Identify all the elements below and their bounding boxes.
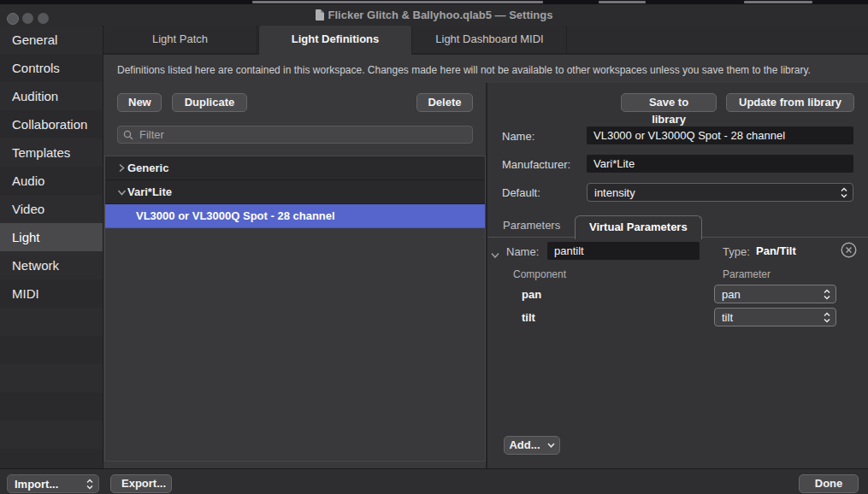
filter-input[interactable]: [138, 127, 467, 142]
parameter-tabstrip: Parameters Virtual Parameters: [487, 214, 868, 238]
default-label: Default:: [502, 186, 540, 199]
export-button[interactable]: Export...: [110, 474, 172, 493]
parameter-dropdown-tilt[interactable]: tilt: [714, 308, 836, 326]
sidebar-empty-row: [0, 449, 103, 468]
import-button-label: Import...: [15, 478, 86, 491]
sidebar-empty-row: [0, 364, 103, 392]
delete-button[interactable]: Delete: [416, 93, 473, 112]
background-artifact: [599, 1, 646, 3]
sidebar-empty-row: [0, 308, 103, 336]
component-label-pan: pan: [522, 288, 541, 301]
tree-group-label: Vari*Lite: [127, 185, 172, 198]
parameter-column-header: Parameter: [723, 268, 771, 280]
sidebar-item-general[interactable]: General: [0, 26, 103, 54]
chevron-down-icon: [547, 443, 555, 448]
minimize-button[interactable]: [22, 13, 33, 24]
tree-item-vl3000[interactable]: VL3000 or VL3000Q Spot - 28 channel: [105, 204, 485, 228]
sidebar-item-templates[interactable]: Templates: [0, 138, 103, 167]
stepper-chevrons-icon: [824, 289, 830, 300]
window-title: Flicker Glitch & Ballyhoo.qlab5 — Settin…: [316, 9, 553, 21]
definitions-list: Generic Vari*Lite VL3000 or VL3000Q Spot…: [104, 156, 486, 462]
component-label-tilt: tilt: [522, 311, 535, 324]
vp-name-field[interactable]: pantilt: [547, 242, 700, 260]
save-to-library-button[interactable]: Save to library: [621, 93, 717, 112]
sidebar-item-audio[interactable]: Audio: [0, 167, 103, 195]
sidebar-item-midi[interactable]: MIDI: [0, 279, 103, 308]
sidebar-empty-row: [0, 392, 103, 420]
remove-virtual-parameter-button[interactable]: [841, 242, 857, 262]
tree-group-varilite[interactable]: Vari*Lite: [105, 180, 485, 204]
parameter-dropdown-pan[interactable]: pan: [714, 285, 836, 303]
duplicate-button[interactable]: Duplicate: [172, 93, 247, 112]
add-button-label: Add...: [509, 437, 540, 454]
parameter-dropdown-value: tilt: [722, 311, 824, 324]
sidebar-empty-row: [0, 336, 103, 364]
sidebar-item-network[interactable]: Network: [0, 251, 103, 279]
light-settings-tabbar: Light Patch Light Definitions Light Dash…: [103, 26, 868, 55]
close-button[interactable]: [7, 13, 19, 25]
vp-type-value: Pan/Tilt: [756, 244, 796, 257]
workspace-definitions-description: Definitions listed here are contained in…: [117, 64, 861, 76]
sidebar-item-light[interactable]: Light: [0, 223, 103, 251]
tab-light-patch[interactable]: Light Patch: [103, 26, 257, 53]
document-icon: [316, 9, 324, 21]
window-title-text: Flicker Glitch & Ballyhoo.qlab5 — Settin…: [328, 9, 553, 21]
settings-window: Flicker Glitch & Ballyhoo.qlab5 — Settin…: [0, 0, 868, 494]
chevron-down-icon[interactable]: [115, 189, 127, 196]
background-artifact: [252, 1, 543, 3]
done-button[interactable]: Done: [799, 474, 859, 493]
chevron-down-icon[interactable]: [491, 247, 499, 262]
sidebar-item-audition[interactable]: Audition: [0, 82, 103, 110]
tree-group-generic[interactable]: Generic: [105, 156, 485, 180]
zoom-button[interactable]: [38, 13, 49, 24]
new-button[interactable]: New: [117, 93, 162, 112]
sidebar: General Controls Audition Collaboration …: [0, 26, 103, 468]
tab-virtual-parameters[interactable]: Virtual Parameters: [575, 215, 702, 239]
sidebar-empty-row: [0, 420, 103, 449]
sidebar-item-video[interactable]: Video: [0, 195, 103, 223]
manufacturer-label: Manufacturer:: [502, 158, 570, 171]
name-field[interactable]: VL3000 or VL3000Q Spot - 28 channel: [587, 126, 853, 144]
tab-light-dashboard-midi[interactable]: Light Dashboard MIDI: [413, 26, 567, 53]
vp-name-label: Name:: [506, 245, 539, 258]
stepper-chevrons-icon: [824, 312, 830, 323]
tree-group-label: Generic: [127, 162, 168, 174]
stepper-chevrons-icon: [841, 187, 847, 198]
sidebar-item-collaboration[interactable]: Collaboration: [0, 110, 103, 138]
chevron-right-icon[interactable]: [115, 163, 127, 173]
x-circle-icon: [841, 242, 857, 258]
search-icon: [123, 130, 133, 140]
name-label: Name:: [502, 130, 534, 143]
default-parameter-popup[interactable]: intensity: [587, 183, 853, 202]
background-artifact: [744, 1, 812, 3]
component-column-header: Component: [513, 268, 566, 280]
filter-field[interactable]: [117, 126, 473, 144]
update-from-library-button[interactable]: Update from library: [726, 93, 854, 112]
tab-parameters[interactable]: Parameters: [503, 214, 560, 238]
tab-light-definitions[interactable]: Light Definitions: [258, 26, 412, 55]
add-virtual-parameter-button[interactable]: Add...: [504, 436, 560, 455]
manufacturer-field[interactable]: Vari*Lite: [587, 155, 853, 173]
tree-item-label: VL3000 or VL3000Q Spot - 28 channel: [136, 209, 335, 222]
parameter-dropdown-value: pan: [722, 288, 824, 301]
sidebar-item-controls[interactable]: Controls: [0, 54, 103, 82]
default-parameter-value: intensity: [594, 186, 841, 199]
import-popup-button[interactable]: Import...: [7, 474, 99, 493]
titlebar: Flicker Glitch & Ballyhoo.qlab5 — Settin…: [0, 4, 868, 26]
stepper-chevrons-icon: [86, 479, 93, 490]
vp-type-label: Type:: [723, 245, 750, 258]
